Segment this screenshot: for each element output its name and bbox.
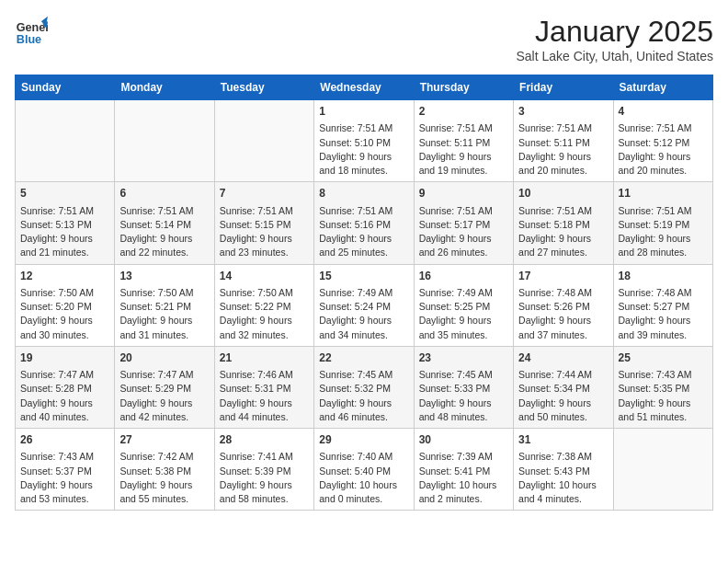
day-cell: 3Sunrise: 7:51 AMSunset: 5:11 PMDaylight…: [514, 100, 613, 182]
day-number: 23: [419, 350, 508, 366]
day-cell: 5Sunrise: 7:51 AMSunset: 5:13 PMDaylight…: [16, 182, 115, 264]
day-cell: 7Sunrise: 7:51 AMSunset: 5:15 PMDaylight…: [214, 182, 313, 264]
day-number: 8: [319, 186, 408, 201]
day-info-line: Daylight: 9 hours: [220, 478, 309, 492]
day-number: 19: [20, 350, 109, 366]
day-info-line: Daylight: 9 hours: [220, 314, 309, 327]
day-cell: 8Sunrise: 7:51 AMSunset: 5:16 PMDaylight…: [314, 182, 414, 264]
day-info-line: and 21 minutes.: [20, 246, 109, 259]
day-info-line: Sunset: 5:18 PM: [518, 218, 608, 232]
day-info-line: Sunset: 5:11 PM: [419, 136, 508, 150]
svg-text:Blue: Blue: [17, 33, 41, 46]
day-number: 14: [220, 269, 309, 284]
day-info-line: and 2 minutes.: [419, 492, 508, 506]
day-info-line: and 28 minutes.: [619, 246, 708, 259]
day-info-line: and 55 minutes.: [119, 492, 209, 506]
day-cell: 26Sunrise: 7:43 AMSunset: 5:37 PMDayligh…: [16, 429, 115, 511]
day-info-line: and 53 minutes.: [20, 492, 109, 506]
day-cell: 18Sunrise: 7:48 AMSunset: 5:27 PMDayligh…: [613, 264, 712, 346]
day-info-line: and 48 minutes.: [419, 410, 508, 424]
day-info-line: Sunset: 5:40 PM: [319, 465, 408, 478]
week-row-5: 26Sunrise: 7:43 AMSunset: 5:37 PMDayligh…: [16, 429, 713, 511]
day-info-line: Sunset: 5:35 PM: [619, 382, 708, 396]
day-number: 3: [518, 104, 608, 120]
day-info-line: Sunrise: 7:45 AM: [319, 368, 408, 382]
day-info-line: Daylight: 9 hours: [119, 396, 209, 410]
day-number: 30: [419, 432, 508, 448]
day-info-line: Sunrise: 7:51 AM: [619, 204, 708, 218]
day-info-line: Daylight: 9 hours: [319, 150, 408, 164]
header-row: SundayMondayTuesdayWednesdayThursdayFrid…: [16, 75, 713, 100]
day-number: 13: [119, 269, 209, 284]
day-info-line: and 30 minutes.: [20, 328, 109, 342]
day-info-line: and 35 minutes.: [419, 328, 508, 342]
day-number: 9: [419, 186, 508, 201]
day-info-line: Daylight: 9 hours: [220, 232, 309, 246]
day-info-line: Daylight: 9 hours: [419, 396, 508, 410]
day-number: 12: [20, 269, 109, 284]
day-info-line: and 37 minutes.: [518, 328, 608, 342]
day-info-line: Sunset: 5:33 PM: [419, 382, 508, 396]
week-row-4: 19Sunrise: 7:47 AMSunset: 5:28 PMDayligh…: [16, 346, 713, 428]
day-info-line: Daylight: 10 hours: [319, 478, 408, 492]
day-info-line: Sunrise: 7:51 AM: [518, 204, 608, 218]
calendar-body: 1Sunrise: 7:51 AMSunset: 5:10 PMDaylight…: [16, 100, 713, 511]
day-cell: 15Sunrise: 7:49 AMSunset: 5:24 PMDayligh…: [314, 264, 414, 346]
day-number: 16: [419, 269, 508, 284]
col-header-saturday: Saturday: [613, 75, 712, 100]
col-header-friday: Friday: [514, 75, 613, 100]
day-info-line: Sunrise: 7:51 AM: [419, 121, 508, 135]
day-number: 21: [220, 350, 309, 366]
day-number: 18: [619, 269, 708, 284]
day-info-line: Sunset: 5:34 PM: [518, 382, 608, 396]
day-cell: 14Sunrise: 7:50 AMSunset: 5:22 PMDayligh…: [214, 264, 313, 346]
day-cell: [613, 429, 712, 511]
day-info-line: Daylight: 9 hours: [619, 150, 708, 164]
day-info-line: and 23 minutes.: [220, 246, 309, 259]
day-cell: 28Sunrise: 7:41 AMSunset: 5:39 PMDayligh…: [214, 429, 313, 511]
day-info-line: Sunrise: 7:51 AM: [619, 121, 708, 135]
day-info-line: Daylight: 9 hours: [419, 314, 508, 327]
day-number: 15: [319, 269, 408, 284]
day-info-line: Sunset: 5:27 PM: [619, 300, 708, 314]
day-cell: 17Sunrise: 7:48 AMSunset: 5:26 PMDayligh…: [514, 264, 613, 346]
day-info-line: Daylight: 9 hours: [419, 232, 508, 246]
day-cell: 11Sunrise: 7:51 AMSunset: 5:19 PMDayligh…: [613, 182, 712, 264]
day-info-line: Sunrise: 7:51 AM: [319, 204, 408, 218]
day-cell: 9Sunrise: 7:51 AMSunset: 5:17 PMDaylight…: [414, 182, 513, 264]
day-cell: 19Sunrise: 7:47 AMSunset: 5:28 PMDayligh…: [16, 346, 115, 428]
week-row-3: 12Sunrise: 7:50 AMSunset: 5:20 PMDayligh…: [16, 264, 713, 346]
day-number: 6: [119, 186, 209, 201]
day-info-line: Sunrise: 7:51 AM: [518, 121, 608, 135]
day-info-line: and 51 minutes.: [619, 410, 708, 424]
day-info-line: Sunset: 5:31 PM: [220, 382, 309, 396]
day-info-line: Daylight: 9 hours: [119, 314, 209, 327]
day-number: 10: [518, 186, 608, 201]
day-number: 20: [119, 350, 209, 366]
day-cell: 23Sunrise: 7:45 AMSunset: 5:33 PMDayligh…: [414, 346, 513, 428]
calendar-table: SundayMondayTuesdayWednesdayThursdayFrid…: [15, 75, 713, 511]
day-info-line: Sunrise: 7:45 AM: [419, 368, 508, 382]
day-info-line: Sunrise: 7:38 AM: [518, 450, 608, 464]
page-header: General Blue January 2025 Salt Lake City…: [15, 15, 713, 63]
day-info-line: Sunrise: 7:48 AM: [619, 286, 708, 300]
week-row-2: 5Sunrise: 7:51 AMSunset: 5:13 PMDaylight…: [16, 182, 713, 264]
day-info-line: Sunrise: 7:42 AM: [119, 450, 209, 464]
day-info-line: and 22 minutes.: [119, 246, 209, 259]
day-cell: 13Sunrise: 7:50 AMSunset: 5:21 PMDayligh…: [115, 264, 214, 346]
day-number: 24: [518, 350, 608, 366]
day-cell: [214, 100, 313, 182]
day-info-line: Daylight: 9 hours: [518, 396, 608, 410]
day-info-line: Daylight: 9 hours: [20, 478, 109, 492]
day-info-line: and 18 minutes.: [319, 164, 408, 178]
col-header-sunday: Sunday: [16, 75, 115, 100]
day-cell: 31Sunrise: 7:38 AMSunset: 5:43 PMDayligh…: [514, 429, 613, 511]
day-info-line: Sunset: 5:28 PM: [20, 382, 109, 396]
day-cell: 21Sunrise: 7:46 AMSunset: 5:31 PMDayligh…: [214, 346, 313, 428]
day-cell: [115, 100, 214, 182]
day-cell: 25Sunrise: 7:43 AMSunset: 5:35 PMDayligh…: [613, 346, 712, 428]
day-number: 1: [319, 104, 408, 120]
day-info-line: Sunset: 5:24 PM: [319, 300, 408, 314]
day-info-line: Sunrise: 7:51 AM: [220, 204, 309, 218]
day-info-line: Daylight: 9 hours: [518, 232, 608, 246]
